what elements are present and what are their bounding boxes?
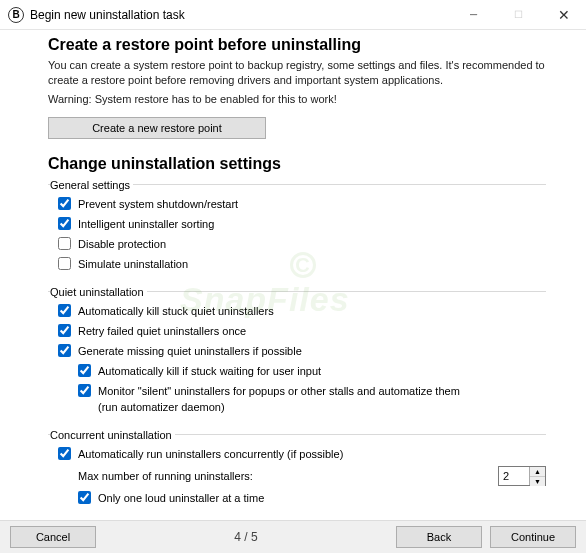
auto-kill-wait-label: Automatically kill if stuck waiting for … [98,363,321,379]
app-icon: B [8,7,24,23]
monitor-checkbox[interactable] [78,384,91,397]
restore-warning: Warning: System restore has to be enable… [48,92,546,107]
restore-description: You can create a system restore point to… [48,58,546,88]
minimize-button[interactable]: ─ [451,0,496,30]
footer-bar: Cancel 4 / 5 Back Continue [0,520,586,553]
retry-label: Retry failed quiet uninstallers once [78,323,246,339]
intelligent-sort-checkbox[interactable] [58,217,71,230]
concurrent-uninstall-group: Concurrent uninstallation Automatically … [48,429,546,514]
max-uninstallers-input[interactable] [499,467,529,485]
page-progress: 4 / 5 [96,530,396,544]
concurrent-legend: Concurrent uninstallation [50,429,175,441]
continue-button[interactable]: Continue [490,526,576,548]
create-restore-point-button[interactable]: Create a new restore point [48,117,266,139]
prevent-shutdown-checkbox[interactable] [58,197,71,210]
simulate-label: Simulate uninstallation [78,256,188,272]
back-button[interactable]: Back [396,526,482,548]
monitor-label: Monitor "silent" uninstallers for popups… [98,383,478,415]
retry-checkbox[interactable] [58,324,71,337]
titlebar: B Begin new uninstallation task ─ ☐ ✕ [0,0,586,30]
spinner-down-icon[interactable]: ▼ [530,477,545,486]
max-uninstallers-spinner[interactable]: ▲ ▼ [498,466,546,486]
content-area: Create a restore point before uninstalli… [0,30,586,520]
prevent-shutdown-label: Prevent system shutdown/restart [78,196,238,212]
intelligent-sort-label: Intelligent uninstaller sorting [78,216,214,232]
window-controls: ─ ☐ ✕ [451,0,586,30]
auto-run-checkbox[interactable] [58,447,71,460]
auto-kill-checkbox[interactable] [58,304,71,317]
generate-checkbox[interactable] [58,344,71,357]
cancel-button[interactable]: Cancel [10,526,96,548]
general-legend: General settings [50,179,133,191]
one-loud-label: Only one loud uninstaller at a time [98,490,264,506]
restore-heading: Create a restore point before uninstalli… [48,36,546,54]
auto-kill-label: Automatically kill stuck quiet uninstall… [78,303,274,319]
generate-label: Generate missing quiet uninstallers if p… [78,343,302,359]
simulate-checkbox[interactable] [58,257,71,270]
disable-protection-label: Disable protection [78,236,166,252]
max-uninstallers-label: Max number of running uninstallers: [78,470,498,482]
spinner-up-icon[interactable]: ▲ [530,467,545,477]
auto-kill-wait-checkbox[interactable] [78,364,91,377]
window-title: Begin new uninstallation task [30,8,451,22]
close-button[interactable]: ✕ [541,0,586,30]
general-settings-group: General settings Prevent system shutdown… [48,179,546,280]
quiet-uninstall-group: Quiet uninstallation Automatically kill … [48,286,546,423]
one-loud-checkbox[interactable] [78,491,91,504]
maximize-button: ☐ [496,0,541,30]
disable-protection-checkbox[interactable] [58,237,71,250]
quiet-legend: Quiet uninstallation [50,286,147,298]
settings-heading: Change uninstallation settings [48,155,546,173]
auto-run-label: Automatically run uninstallers concurren… [78,446,343,462]
